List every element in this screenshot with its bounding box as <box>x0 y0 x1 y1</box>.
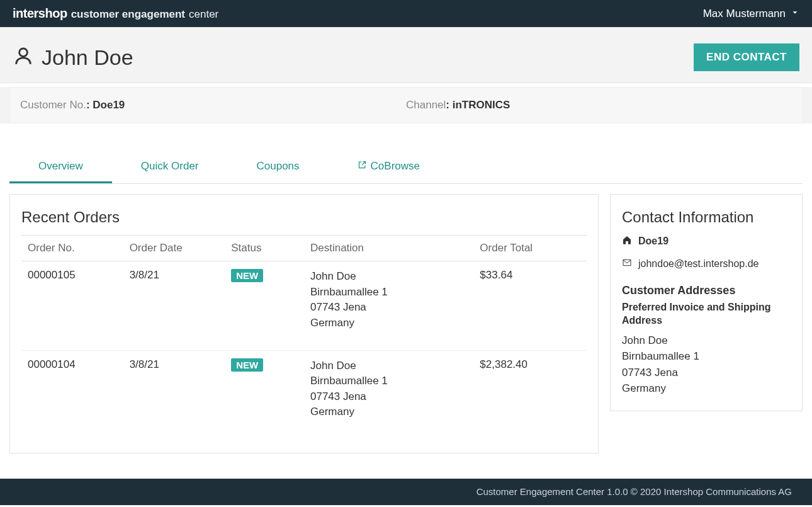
user-name: Max Mustermann <box>703 8 786 20</box>
tab-cobrowse-label: CoBrowse <box>371 160 420 173</box>
cell-status: NEW <box>225 261 304 351</box>
col-destination: Destination <box>304 236 473 261</box>
contact-email-row: johndoe@test.intershop.de <box>622 258 791 270</box>
dest-name: John Doe <box>310 269 467 285</box>
info-strip: Customer No.: Doe19 Channel: inTRONICS <box>9 87 803 123</box>
contact-info-panel: Contact Information Doe19 johndoe@test.i… <box>610 194 803 411</box>
top-bar: intershop customer engagement center Max… <box>0 0 812 27</box>
contact-id: Doe19 <box>638 236 668 247</box>
tab-overview[interactable]: Overview <box>9 151 112 183</box>
info-customer-no-value: Doe19 <box>93 99 125 111</box>
main-columns: Recent Orders Order No. Order Date Statu… <box>0 184 812 479</box>
customer-addresses-heading: Customer Addresses <box>622 284 791 297</box>
col-order-no: Order No. <box>21 236 123 261</box>
customer-title: John Doe <box>13 45 133 70</box>
external-link-icon <box>358 160 367 173</box>
brand-logo: intershop <box>13 6 67 21</box>
info-channel: Channel: inTRONICS <box>406 99 792 111</box>
cell-status: NEW <box>225 350 304 439</box>
footer: Customer Engagement Center 1.0.0 © 2020 … <box>0 479 812 505</box>
caret-down-icon <box>791 8 799 20</box>
status-badge: NEW <box>231 269 263 282</box>
cell-order-no: 00000104 <box>21 350 123 439</box>
addr-name: John Doe <box>622 333 791 349</box>
tab-cobrowse[interactable]: CoBrowse <box>329 151 449 183</box>
cell-order-date: 3/8/21 <box>123 261 225 351</box>
info-strip-wrap: Customer No.: Doe19 Channel: inTRONICS <box>0 87 812 123</box>
cell-total: $2,382.40 <box>473 350 587 439</box>
customer-name: John Doe <box>42 45 133 70</box>
end-contact-button[interactable]: END CONTACT <box>694 43 799 71</box>
dest-city: 07743 Jena <box>310 300 467 316</box>
tab-overview-label: Overview <box>38 160 83 173</box>
tab-coupons[interactable]: Coupons <box>228 151 329 183</box>
addr-street: Birnbaumallee 1 <box>622 348 791 365</box>
cell-order-no: 00000105 <box>21 261 123 351</box>
tabs: Overview Quick Order Coupons CoBrowse <box>9 151 803 184</box>
envelope-icon <box>622 258 632 270</box>
contact-email: johndoe@test.intershop.de <box>638 258 758 270</box>
recent-orders-title: Recent Orders <box>21 208 587 226</box>
cell-destination: John Doe Birnbaumallee 1 07743 Jena Germ… <box>304 261 473 351</box>
tab-quick-order-label: Quick Order <box>141 160 199 173</box>
brand-sub1: customer engagement <box>71 8 185 21</box>
info-customer-no-label: Customer No. <box>20 99 86 111</box>
preferred-address-label: Preferred Invoice and Shipping Address <box>622 301 791 328</box>
contact-address: John Doe Birnbaumallee 1 07743 Jena Germ… <box>622 333 791 397</box>
tabs-wrap: Overview Quick Order Coupons CoBrowse <box>0 151 812 184</box>
tab-coupons-label: Coupons <box>257 160 300 173</box>
orders-header-row: Order No. Order Date Status Destination … <box>21 236 587 261</box>
brand-sub2: center <box>189 8 218 21</box>
brand: intershop customer engagement center <box>13 6 218 21</box>
info-customer-no: Customer No.: Doe19 <box>20 99 406 111</box>
table-row[interactable]: 00000104 3/8/21 NEW John Doe Birnbaumall… <box>21 350 587 439</box>
contact-info-title: Contact Information <box>622 208 791 226</box>
dest-country: Germany <box>310 316 467 331</box>
footer-text: Customer Engagement Center 1.0.0 © 2020 … <box>476 486 792 497</box>
info-channel-value: inTRONICS <box>453 99 510 111</box>
page-header: John Doe END CONTACT <box>0 27 812 83</box>
contact-id-row: Doe19 <box>622 235 791 248</box>
dest-country: Germany <box>310 404 467 420</box>
dest-name: John Doe <box>310 358 467 374</box>
svg-point-0 <box>20 48 28 57</box>
cell-destination: John Doe Birnbaumallee 1 07743 Jena Germ… <box>304 350 473 439</box>
dest-street: Birnbaumallee 1 <box>310 373 467 389</box>
home-icon <box>622 235 632 248</box>
table-row[interactable]: 00000105 3/8/21 NEW John Doe Birnbaumall… <box>21 261 587 351</box>
cell-order-date: 3/8/21 <box>123 350 225 439</box>
col-status: Status <box>225 236 304 261</box>
dest-city: 07743 Jena <box>310 389 467 405</box>
user-menu[interactable]: Max Mustermann <box>703 8 799 20</box>
col-order-date: Order Date <box>123 236 225 261</box>
addr-country: Germany <box>622 380 791 397</box>
cell-total: $33.64 <box>473 261 587 351</box>
dest-street: Birnbaumallee 1 <box>310 285 467 300</box>
col-order-total: Order Total <box>473 236 587 261</box>
info-channel-label: Channel <box>406 99 446 111</box>
person-icon <box>13 45 34 69</box>
status-badge: NEW <box>231 358 263 372</box>
orders-table: Order No. Order Date Status Destination … <box>21 235 587 439</box>
recent-orders-panel: Recent Orders Order No. Order Date Statu… <box>9 194 599 453</box>
tab-quick-order[interactable]: Quick Order <box>112 151 228 183</box>
addr-city: 07743 Jena <box>622 365 791 381</box>
